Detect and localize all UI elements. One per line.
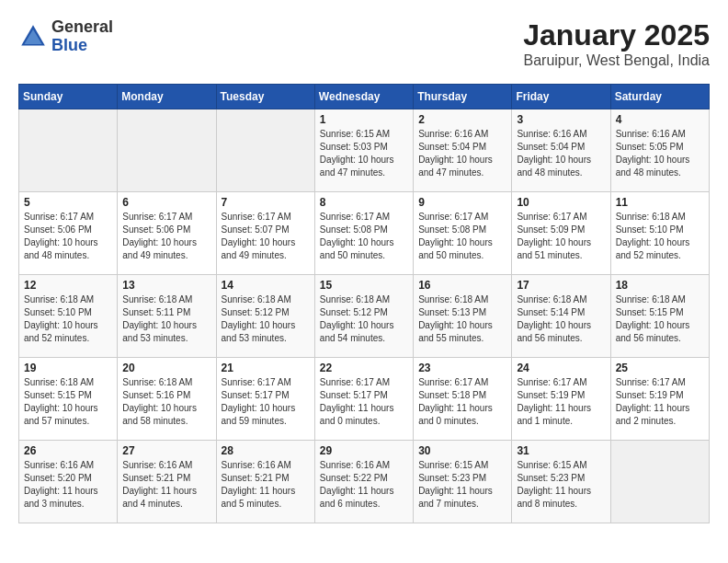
- day-number: 9: [418, 196, 506, 209]
- day-info: Sunrise: 6:18 AMSunset: 5:15 PMDaylight:…: [616, 293, 704, 345]
- day-number: 29: [320, 444, 408, 457]
- day-info: Sunrise: 6:17 AMSunset: 5:18 PMDaylight:…: [418, 376, 506, 428]
- day-info: Sunrise: 6:18 AMSunset: 5:10 PMDaylight:…: [24, 293, 112, 345]
- day-number: 25: [616, 362, 704, 374]
- calendar-cell: 7Sunrise: 6:17 AMSunset: 5:07 PMDaylight…: [216, 192, 314, 275]
- calendar-cell: [610, 441, 709, 523]
- day-info: Sunrise: 6:18 AMSunset: 5:12 PMDaylight:…: [320, 293, 408, 345]
- day-number: 31: [517, 444, 605, 457]
- calendar-cell: 11Sunrise: 6:18 AMSunset: 5:10 PMDayligh…: [610, 192, 709, 275]
- weekday-header: Monday: [118, 85, 216, 109]
- day-info: Sunrise: 6:17 AMSunset: 5:19 PMDaylight:…: [616, 376, 704, 428]
- day-number: 19: [24, 362, 112, 374]
- calendar-cell: 5Sunrise: 6:17 AMSunset: 5:06 PMDaylight…: [19, 192, 118, 275]
- calendar-cell: 27Sunrise: 6:16 AMSunset: 5:21 PMDayligh…: [118, 441, 216, 523]
- day-number: 10: [517, 196, 605, 209]
- calendar-cell: 14Sunrise: 6:18 AMSunset: 5:12 PMDayligh…: [216, 275, 314, 358]
- logo-general-text: General: [51, 17, 113, 36]
- day-number: 7: [222, 196, 310, 209]
- weekday-header: Sunday: [19, 85, 118, 109]
- day-number: 24: [517, 362, 605, 374]
- page-subtitle: Baruipur, West Bengal, India: [523, 52, 710, 69]
- weekday-header: Thursday: [414, 85, 512, 109]
- day-info: Sunrise: 6:16 AMSunset: 5:20 PMDaylight:…: [24, 459, 112, 511]
- weekday-row: SundayMondayTuesdayWednesdayThursdayFrid…: [19, 85, 710, 109]
- calendar-cell: 25Sunrise: 6:17 AMSunset: 5:19 PMDayligh…: [610, 358, 709, 441]
- day-number: 12: [24, 279, 112, 292]
- day-info: Sunrise: 6:15 AMSunset: 5:23 PMDaylight:…: [418, 459, 506, 511]
- day-info: Sunrise: 6:17 AMSunset: 5:08 PMDaylight:…: [320, 211, 408, 262]
- calendar-cell: 21Sunrise: 6:17 AMSunset: 5:17 PMDayligh…: [216, 358, 314, 441]
- day-info: Sunrise: 6:17 AMSunset: 5:19 PMDaylight:…: [517, 376, 605, 428]
- day-info: Sunrise: 6:17 AMSunset: 5:06 PMDaylight:…: [122, 211, 210, 262]
- day-info: Sunrise: 6:18 AMSunset: 5:11 PMDaylight:…: [122, 293, 210, 345]
- day-info: Sunrise: 6:18 AMSunset: 5:14 PMDaylight:…: [517, 293, 605, 345]
- day-number: 3: [517, 113, 605, 126]
- calendar-cell: 6Sunrise: 6:17 AMSunset: 5:06 PMDaylight…: [118, 192, 216, 275]
- day-number: 18: [616, 279, 704, 292]
- calendar-cell: 26Sunrise: 6:16 AMSunset: 5:20 PMDayligh…: [19, 441, 118, 523]
- day-info: Sunrise: 6:16 AMSunset: 5:22 PMDaylight:…: [320, 459, 408, 511]
- day-info: Sunrise: 6:17 AMSunset: 5:06 PMDaylight:…: [24, 211, 112, 262]
- calendar-cell: 18Sunrise: 6:18 AMSunset: 5:15 PMDayligh…: [610, 275, 709, 358]
- calendar-week-row: 26Sunrise: 6:16 AMSunset: 5:20 PMDayligh…: [19, 441, 710, 523]
- day-info: Sunrise: 6:16 AMSunset: 5:04 PMDaylight:…: [517, 128, 605, 179]
- day-info: Sunrise: 6:15 AMSunset: 5:03 PMDaylight:…: [320, 128, 408, 179]
- day-number: 16: [418, 279, 506, 292]
- day-number: 11: [616, 196, 704, 209]
- day-number: 21: [222, 362, 310, 374]
- day-number: 13: [122, 279, 210, 292]
- day-number: 8: [320, 196, 408, 209]
- day-number: 1: [320, 113, 408, 126]
- day-number: 6: [122, 196, 210, 209]
- calendar-body: 1Sunrise: 6:15 AMSunset: 5:03 PMDaylight…: [19, 109, 710, 523]
- day-number: 28: [222, 444, 310, 457]
- day-number: 30: [418, 444, 506, 457]
- day-info: Sunrise: 6:18 AMSunset: 5:15 PMDaylight:…: [24, 376, 112, 428]
- day-number: 20: [122, 362, 210, 374]
- logo-blue-text: Blue: [51, 36, 87, 54]
- calendar-cell: 13Sunrise: 6:18 AMSunset: 5:11 PMDayligh…: [118, 275, 216, 358]
- weekday-header: Wednesday: [314, 85, 413, 109]
- calendar-cell: 10Sunrise: 6:17 AMSunset: 5:09 PMDayligh…: [512, 192, 610, 275]
- calendar-cell: 15Sunrise: 6:18 AMSunset: 5:12 PMDayligh…: [314, 275, 413, 358]
- calendar-cell: 4Sunrise: 6:16 AMSunset: 5:05 PMDaylight…: [610, 109, 709, 192]
- day-info: Sunrise: 6:16 AMSunset: 5:05 PMDaylight:…: [616, 128, 704, 179]
- calendar-cell: 29Sunrise: 6:16 AMSunset: 5:22 PMDayligh…: [314, 441, 413, 523]
- day-info: Sunrise: 6:17 AMSunset: 5:17 PMDaylight:…: [222, 376, 310, 428]
- logo-icon: [18, 22, 48, 52]
- weekday-header: Saturday: [610, 85, 709, 109]
- day-info: Sunrise: 6:18 AMSunset: 5:16 PMDaylight:…: [122, 376, 210, 428]
- weekday-header: Tuesday: [216, 85, 314, 109]
- day-info: Sunrise: 6:17 AMSunset: 5:07 PMDaylight:…: [222, 211, 310, 262]
- day-info: Sunrise: 6:18 AMSunset: 5:12 PMDaylight:…: [222, 293, 310, 345]
- calendar-cell: 23Sunrise: 6:17 AMSunset: 5:18 PMDayligh…: [414, 358, 512, 441]
- calendar-cell: [216, 109, 314, 192]
- day-number: 23: [418, 362, 506, 374]
- page-title: January 2025: [523, 18, 710, 52]
- day-info: Sunrise: 6:16 AMSunset: 5:21 PMDaylight:…: [222, 459, 310, 511]
- day-info: Sunrise: 6:17 AMSunset: 5:08 PMDaylight:…: [418, 211, 506, 262]
- calendar-week-row: 12Sunrise: 6:18 AMSunset: 5:10 PMDayligh…: [19, 275, 710, 358]
- day-info: Sunrise: 6:16 AMSunset: 5:04 PMDaylight:…: [418, 128, 506, 179]
- day-number: 5: [24, 196, 112, 209]
- calendar-cell: 2Sunrise: 6:16 AMSunset: 5:04 PMDaylight…: [414, 109, 512, 192]
- calendar-cell: 30Sunrise: 6:15 AMSunset: 5:23 PMDayligh…: [414, 441, 512, 523]
- day-info: Sunrise: 6:17 AMSunset: 5:17 PMDaylight:…: [320, 376, 408, 428]
- day-info: Sunrise: 6:16 AMSunset: 5:21 PMDaylight:…: [122, 459, 210, 511]
- calendar-cell: 22Sunrise: 6:17 AMSunset: 5:17 PMDayligh…: [314, 358, 413, 441]
- calendar-cell: 9Sunrise: 6:17 AMSunset: 5:08 PMDaylight…: [414, 192, 512, 275]
- day-info: Sunrise: 6:18 AMSunset: 5:13 PMDaylight:…: [418, 293, 506, 345]
- day-info: Sunrise: 6:15 AMSunset: 5:23 PMDaylight:…: [517, 459, 605, 511]
- calendar-cell: 3Sunrise: 6:16 AMSunset: 5:04 PMDaylight…: [512, 109, 610, 192]
- day-info: Sunrise: 6:17 AMSunset: 5:09 PMDaylight:…: [517, 211, 605, 262]
- title-block: January 2025 Baruipur, West Bengal, Indi…: [523, 18, 710, 69]
- day-number: 15: [320, 279, 408, 292]
- day-number: 2: [418, 113, 506, 126]
- calendar-cell: [118, 109, 216, 192]
- calendar-header: SundayMondayTuesdayWednesdayThursdayFrid…: [19, 85, 710, 109]
- day-number: 4: [616, 113, 704, 126]
- page-header: General Blue January 2025 Baruipur, West…: [18, 18, 710, 69]
- calendar-cell: 31Sunrise: 6:15 AMSunset: 5:23 PMDayligh…: [512, 441, 610, 523]
- calendar-cell: 19Sunrise: 6:18 AMSunset: 5:15 PMDayligh…: [19, 358, 118, 441]
